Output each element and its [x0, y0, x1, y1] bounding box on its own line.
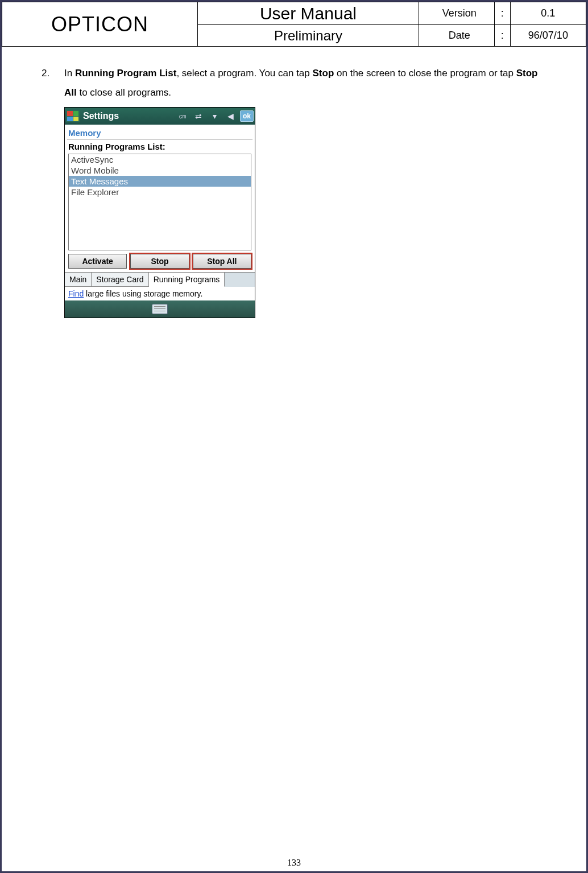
- page-number: 133: [2, 858, 586, 868]
- find-text: large files using storage memory.: [84, 289, 202, 298]
- step-text: In Running Program List, select a progra…: [64, 64, 546, 102]
- colon: :: [494, 25, 510, 47]
- date-value: 96/07/10: [510, 25, 586, 47]
- running-programs-list[interactable]: ActiveSync Word Mobile Text Messages Fil…: [68, 154, 251, 250]
- date-label: Date: [419, 25, 494, 47]
- brand-cell: OPTICON: [2, 2, 198, 47]
- list-item-selected[interactable]: Text Messages: [69, 176, 251, 187]
- tab-storage-card[interactable]: Storage Card: [92, 273, 148, 287]
- text: In: [64, 68, 75, 79]
- bold-text: Stop: [313, 68, 334, 79]
- version-label: Version: [419, 2, 494, 25]
- keyboard-icon[interactable]: [152, 304, 168, 314]
- text: on the screen to close the program or ta…: [334, 68, 516, 79]
- tab-running-programs[interactable]: Running Programs: [149, 273, 225, 287]
- tab-main[interactable]: Main: [65, 273, 92, 287]
- text: to close all programs.: [77, 87, 171, 98]
- bold-text: Running Program List: [75, 68, 177, 79]
- colon: :: [494, 2, 510, 25]
- find-hint: Find large files using storage memory.: [65, 287, 255, 300]
- button-row: Activate Stop Stop All: [65, 250, 255, 272]
- wm-bottombar: [65, 300, 255, 318]
- stop-button[interactable]: Stop: [130, 254, 189, 269]
- version-value: 0.1: [510, 2, 586, 25]
- tab-row: Main Storage Card Running Programs: [65, 272, 255, 287]
- status-icons: ㎝ ⇄ ▾ ◀ ok: [176, 110, 254, 122]
- text: , select a program. You can tap: [176, 68, 312, 79]
- ok-button[interactable]: ok: [240, 110, 254, 122]
- list-item[interactable]: Word Mobile: [69, 165, 251, 176]
- find-link[interactable]: Find: [68, 289, 84, 298]
- connection-icon[interactable]: ⇄: [192, 110, 205, 122]
- volume-icon[interactable]: ◀: [224, 110, 237, 122]
- activate-button[interactable]: Activate: [68, 254, 127, 269]
- step-number: 2.: [42, 64, 64, 102]
- list-item[interactable]: File Explorer: [69, 187, 251, 197]
- list-item[interactable]: ActiveSync: [69, 154, 251, 165]
- device-screenshot: Settings ㎝ ⇄ ▾ ◀ ok Memory Running Progr…: [64, 107, 255, 318]
- input-method-icon[interactable]: ㎝: [176, 110, 189, 122]
- wm-topbar: Settings ㎝ ⇄ ▾ ◀ ok: [65, 108, 255, 125]
- running-list-title: Running Programs List:: [65, 139, 255, 154]
- topbar-title: Settings: [81, 111, 175, 121]
- start-flag-icon[interactable]: [66, 110, 80, 122]
- memory-heading: Memory: [65, 125, 255, 139]
- manual-title: User Manual: [198, 2, 419, 25]
- instruction-step: 2. In Running Program List, select a pro…: [42, 64, 546, 102]
- signal-icon[interactable]: ▾: [208, 110, 221, 122]
- page-header: OPTICON User Manual Version : 0.1 Prelim…: [2, 2, 586, 47]
- stop-all-button[interactable]: Stop All: [193, 254, 251, 269]
- manual-subtitle: Preliminary: [198, 25, 419, 47]
